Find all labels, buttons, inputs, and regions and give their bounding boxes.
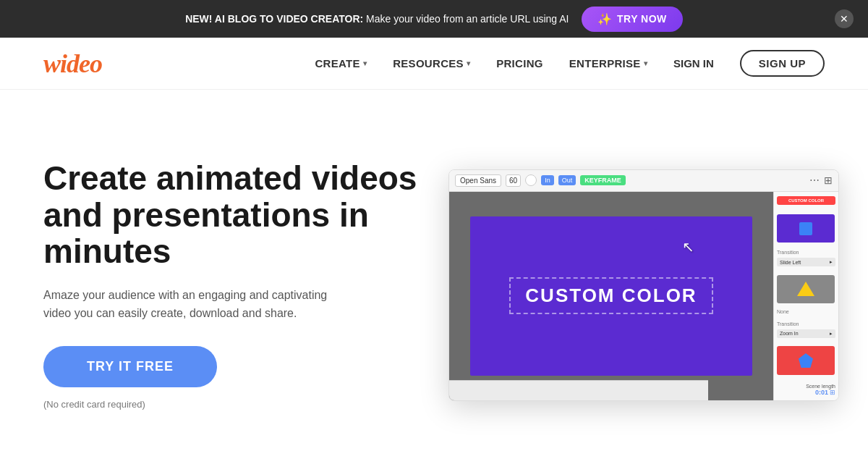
out-button[interactable]: Out — [558, 175, 576, 185]
animation-circle — [525, 174, 537, 186]
nav-item-create[interactable]: CREATE ▾ — [315, 57, 367, 69]
logo[interactable]: wideo — [43, 49, 102, 79]
close-icon: ✕ — [840, 13, 848, 25]
main-content: Create animated videos and presentations… — [0, 90, 868, 451]
hero-right: Open Sans 60 In Out KEYFRAME ⋯ ⊞ ↖ CUSTO… — [448, 169, 839, 401]
announcement-bar: NEW! AI BLOG TO VIDEO CREATOR: Make your… — [0, 0, 868, 38]
yellow-triangle-icon — [797, 282, 814, 296]
announcement-message: Make your video from an article URL usin… — [366, 13, 569, 25]
scene-length-label: Scene length — [777, 384, 835, 389]
editor-preview: Open Sans 60 In Out KEYFRAME ⋯ ⊞ ↖ CUSTO… — [448, 169, 839, 401]
nav: CREATE ▾ RESOURCES ▾ PRICING ENTERPRISE … — [315, 50, 825, 77]
close-announcement-button[interactable]: ✕ — [835, 9, 854, 28]
right-panel: CUSTOM COLOR Transition Slide Left ▸ — [773, 192, 838, 400]
sparkle-icon: ✨ — [597, 12, 613, 26]
nav-pricing-label: PRICING — [496, 57, 543, 69]
chevron-right-icon2: ▸ — [830, 331, 833, 337]
scene-length-section: Scene length 0:01 ⊞ — [777, 382, 835, 396]
blue-pentagon-icon — [799, 353, 813, 368]
no-credit-card-notice: (No credit card required) — [43, 399, 420, 410]
chevron-down-icon: ▾ — [467, 59, 470, 67]
nav-item-enterprise[interactable]: ENTERPRISE ▾ — [569, 57, 647, 69]
blue-square-icon — [799, 222, 812, 235]
canvas-area: ↖ CUSTOM COLOR — [449, 192, 773, 400]
chevron-right-icon: ▸ — [830, 259, 833, 265]
font-selector[interactable]: Open Sans — [455, 174, 501, 187]
nav-item-pricing[interactable]: PRICING — [496, 57, 543, 69]
in-button[interactable]: In — [541, 175, 554, 185]
timeline-bar — [449, 380, 708, 400]
slide-left-label: Slide Left — [780, 260, 801, 265]
slide-left-option[interactable]: Slide Left ▸ — [777, 258, 835, 266]
thumbnail-slide-3[interactable] — [777, 346, 835, 374]
nav-resources-label: RESOURCES — [393, 57, 464, 69]
transition-label: Transition — [777, 250, 835, 255]
custom-color-label: CUSTOM COLOR — [777, 196, 835, 205]
cursor-icon: ↖ — [682, 238, 694, 256]
transition2-label: Transition — [777, 321, 835, 326]
try-free-button[interactable]: TRY IT FREE — [43, 346, 217, 387]
editor-body: ↖ CUSTOM COLOR CUSTOM COLOR — [449, 192, 838, 400]
scene-control: 0:01 ⊞ — [777, 389, 835, 396]
try-now-button[interactable]: ✨ TRY NOW — [582, 7, 682, 32]
more-options-icon[interactable]: ⋯ — [809, 174, 820, 186]
keyframe-button[interactable]: KEYFRAME — [580, 175, 626, 185]
grid-icon[interactable]: ⊞ — [824, 174, 833, 186]
sign-up-button[interactable]: SIGN UP — [740, 50, 825, 77]
scene-time-value[interactable]: 0:01 — [815, 389, 828, 396]
hero-title: Create animated videos and presentations… — [43, 160, 420, 270]
hero-left: Create animated videos and presentations… — [43, 160, 420, 410]
sign-in-button[interactable]: SIGN IN — [673, 57, 714, 69]
thumbnail-slide-2[interactable] — [777, 275, 835, 303]
nav-enterprise-label: ENTERPRISE — [569, 57, 641, 69]
zoom-in-label: Zoom In — [780, 331, 799, 336]
canvas-text[interactable]: CUSTOM COLOR — [509, 277, 712, 314]
canvas-slide[interactable]: ↖ CUSTOM COLOR — [470, 216, 752, 376]
thumbnail-slide-1[interactable] — [777, 214, 835, 243]
none-label: None — [777, 309, 835, 314]
announcement-prefix: NEW! AI BLOG TO VIDEO CREATOR: — [185, 13, 363, 25]
nav-create-label: CREATE — [315, 57, 359, 69]
announcement-text: NEW! AI BLOG TO VIDEO CREATOR: Make your… — [185, 13, 569, 25]
nav-item-resources[interactable]: RESOURCES ▾ — [393, 57, 470, 69]
chevron-down-icon: ▾ — [644, 59, 647, 67]
expand-icon[interactable]: ⊞ — [830, 389, 835, 396]
editor-toolbar: Open Sans 60 In Out KEYFRAME ⋯ ⊞ — [449, 170, 838, 192]
header: wideo CREATE ▾ RESOURCES ▾ PRICING ENTER… — [0, 38, 868, 90]
font-size-input[interactable]: 60 — [506, 174, 521, 187]
hero-subtitle: Amaze your audience with an engaging and… — [43, 286, 347, 323]
zoom-in-option[interactable]: Zoom In ▸ — [777, 329, 835, 338]
chevron-down-icon: ▾ — [363, 59, 367, 67]
try-now-label: TRY NOW — [617, 13, 667, 25]
